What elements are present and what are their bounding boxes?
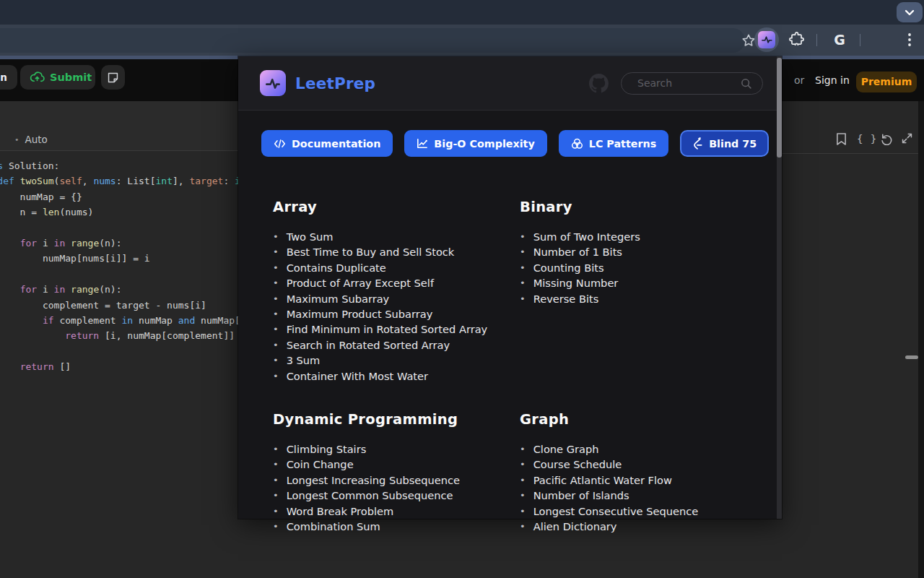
- section-graph: Graph •Clone Graph•Course Schedule•Pacif…: [520, 410, 759, 534]
- list-item[interactable]: •Container With Most Water: [273, 368, 520, 384]
- list-item[interactable]: •Two Sum: [273, 229, 520, 244]
- list-item[interactable]: •Search in Rotated Sorted Array: [273, 337, 520, 353]
- list-item-label: Course Schedule: [533, 457, 622, 472]
- blind75-sections: Array •Two Sum•Best Time to Buy and Sell…: [273, 197, 771, 535]
- nav-documentation-button[interactable]: Documentation: [261, 130, 393, 157]
- code-editor[interactable]: class Solution: def twoSum(self, nums: L…: [0, 158, 238, 563]
- list-item[interactable]: •Reverse Bits: [520, 291, 759, 306]
- list-item[interactable]: •Sum of Two Integers: [520, 229, 759, 244]
- list-item-label: Number of 1 Bits: [533, 244, 622, 259]
- undo-icon[interactable]: [880, 132, 893, 145]
- list-item[interactable]: •Missing Number: [520, 275, 759, 290]
- leetprep-extension-pulse-icon: [758, 31, 775, 48]
- auto-bullet-icon: •: [14, 135, 19, 144]
- list-item[interactable]: •Longest Consecutive Sequence: [520, 504, 759, 519]
- list-item[interactable]: •Longest Common Subsequence: [273, 488, 520, 503]
- bullet-icon: •: [273, 441, 279, 457]
- popup-scrollbar[interactable]: [777, 56, 782, 519]
- venn-circles-icon: [571, 138, 583, 150]
- browser-menu-icon[interactable]: [902, 31, 917, 48]
- nav-lc-patterns-button[interactable]: LC Patterns: [559, 130, 668, 157]
- search-box[interactable]: [621, 72, 763, 95]
- leetprep-logo-icon: [260, 70, 286, 96]
- bullet-icon: •: [520, 291, 526, 306]
- list-item[interactable]: •Word Break Problem: [273, 504, 520, 519]
- bullet-icon: •: [273, 473, 279, 488]
- tab-search-button[interactable]: [897, 2, 923, 22]
- code-line: [0, 267, 238, 282]
- expand-icon[interactable]: [901, 132, 913, 144]
- format-braces-icon[interactable]: { }: [857, 133, 877, 144]
- premium-button[interactable]: Premium: [856, 72, 917, 92]
- code-line: complement = target - nums[i]: [0, 298, 238, 313]
- bullet-icon: •: [520, 244, 526, 259]
- section-title: Binary: [520, 197, 759, 217]
- panel-resize-handle[interactable]: [905, 355, 918, 359]
- list-item[interactable]: •Coin Change: [273, 457, 520, 472]
- list-item-label: Maximum Subarray: [287, 291, 390, 306]
- nav-label: Blind 75: [709, 138, 757, 150]
- nav-label: Documentation: [292, 138, 380, 150]
- cloud-upload-icon: [30, 71, 45, 84]
- nav-blind75-button[interactable]: Blind 75: [680, 130, 769, 157]
- list-item[interactable]: •Contains Duplicate: [273, 260, 520, 275]
- section-list: •Sum of Two Integers•Number of 1 Bits•Co…: [520, 229, 759, 306]
- auto-indicator: • Auto: [14, 134, 48, 145]
- auto-label: Auto: [25, 134, 48, 145]
- github-icon[interactable]: [589, 74, 609, 93]
- extensions-puzzle-icon[interactable]: [788, 32, 805, 48]
- list-item[interactable]: •Product of Array Except Self: [273, 275, 520, 290]
- code-line: for i in range(n):: [0, 236, 238, 251]
- nav-label: LC Patterns: [589, 138, 656, 150]
- notes-button[interactable]: [101, 65, 125, 90]
- list-item[interactable]: •Alien Dictionary: [520, 519, 759, 534]
- bullet-icon: •: [273, 244, 279, 259]
- bullet-icon: •: [273, 504, 279, 519]
- bullet-icon: •: [520, 260, 526, 275]
- toolbar-divider: [860, 34, 860, 46]
- popup-scrollbar-thumb[interactable]: [777, 58, 782, 158]
- bullet-icon: •: [273, 229, 279, 244]
- code-line: numMap = {}: [0, 189, 238, 204]
- bullet-icon: •: [520, 229, 526, 244]
- list-item[interactable]: •Number of Islands: [520, 488, 759, 503]
- list-item-label: Missing Number: [533, 275, 619, 290]
- section-list: •Two Sum•Best Time to Buy and Sell Stock…: [273, 229, 520, 384]
- code-line: if complement in numMap and numMap[compl…: [0, 313, 238, 328]
- list-item[interactable]: •Counting Bits: [520, 260, 759, 275]
- code-line: return [i, numMap[complement]]: [0, 328, 238, 343]
- list-item[interactable]: •Find Minimum in Rotated Sorted Array: [273, 322, 520, 337]
- list-item-label: 3 Sum: [287, 353, 321, 368]
- leetprep-popup: LeetPrep Documentation: [238, 56, 782, 519]
- leetprep-extension-button[interactable]: [754, 27, 779, 52]
- bullet-icon: •: [273, 322, 279, 337]
- code-line: def twoSum(self, nums: List[int], target…: [0, 173, 238, 189]
- list-item[interactable]: •Pacific Atlantic Water Flow: [520, 473, 759, 488]
- chevron-down-icon: [905, 9, 915, 16]
- google-profile-button[interactable]: G: [830, 30, 849, 49]
- list-item[interactable]: •Clone Graph: [520, 441, 759, 457]
- run-button[interactable]: Run: [0, 65, 17, 90]
- list-item-label: Contains Duplicate: [287, 260, 386, 275]
- list-item[interactable]: •Number of 1 Bits: [520, 244, 759, 259]
- list-item[interactable]: •Climbing Stairs: [273, 441, 520, 457]
- address-bar[interactable]: [0, 28, 745, 53]
- bookmark-icon[interactable]: [836, 132, 847, 146]
- window-gutter: [918, 101, 924, 578]
- nav-bigo-complexity-button[interactable]: Big-O Complexity: [404, 130, 546, 157]
- section-title: Array: [273, 197, 520, 217]
- list-item[interactable]: •Maximum Product Subarray: [273, 306, 520, 322]
- list-item[interactable]: •Maximum Subarray: [273, 291, 520, 306]
- list-item[interactable]: •Longest Increasing Subsequence: [273, 473, 520, 488]
- submit-button[interactable]: Submit: [20, 65, 95, 90]
- list-item[interactable]: •Combination Sum: [273, 519, 520, 534]
- signin-link[interactable]: Sign in: [815, 74, 850, 86]
- bullet-icon: •: [273, 306, 279, 322]
- section-dynamic-programming: Dynamic Programming •Climbing Stairs•Coi…: [273, 410, 520, 534]
- list-item[interactable]: •Course Schedule: [520, 457, 759, 472]
- section-title: Dynamic Programming: [273, 410, 520, 430]
- list-item[interactable]: •Best Time to Buy and Sell Stock: [273, 244, 520, 259]
- list-item-label: Climbing Stairs: [287, 441, 367, 457]
- list-item[interactable]: •3 Sum: [273, 353, 520, 368]
- search-input[interactable]: [637, 73, 738, 93]
